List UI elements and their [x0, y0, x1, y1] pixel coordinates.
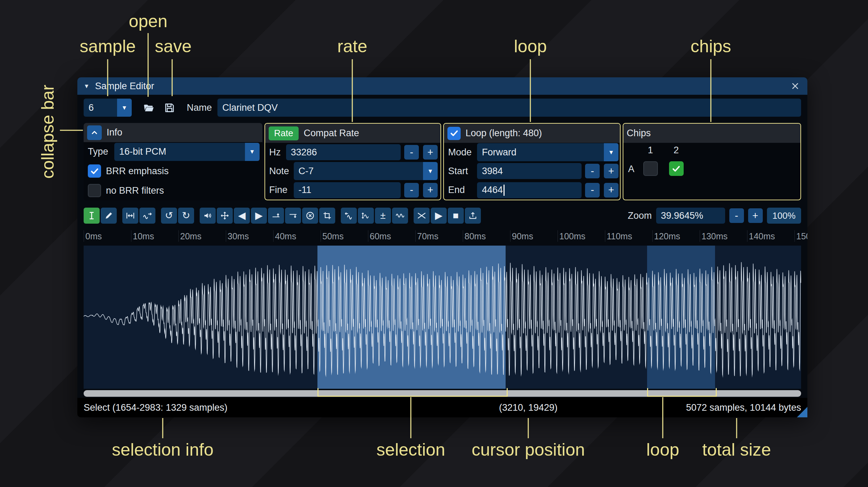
close-icon[interactable] — [789, 80, 801, 92]
zoom-reset-button[interactable]: 100% — [767, 208, 801, 224]
chip-column-1-label: 1 — [648, 145, 653, 156]
zoom-out-button[interactable]: - — [729, 208, 744, 223]
type-select[interactable]: 16-bit PCM ▼ — [114, 143, 260, 161]
sign-exchange-icon: ± — [380, 211, 385, 221]
fine-value: -11 — [299, 185, 312, 195]
draw-button[interactable] — [101, 208, 117, 224]
crossfade-loop-button[interactable] — [414, 208, 430, 224]
window-collapse-icon[interactable]: ▼ — [84, 83, 90, 89]
no-brr-filters-label: no BRR filters — [106, 185, 164, 196]
caret-down-icon[interactable]: ▼ — [117, 99, 132, 117]
sample-controls-row: 6 ▼ Name Clarinet DQV — [84, 98, 801, 117]
loop-start-input[interactable]: 3984 — [477, 163, 582, 179]
zoom-input[interactable]: 39.9645% — [656, 208, 725, 224]
ruler-tick-mark — [321, 230, 321, 242]
fade-out-button[interactable]: ▶ — [251, 208, 267, 224]
sample-number-select[interactable]: 6 ▼ — [84, 99, 132, 117]
toolbar-group: ↺↻ — [161, 208, 194, 224]
zoom-label: Zoom — [628, 210, 652, 221]
toolbar: ↺↻◀▶±▶■ Zoom 39.9645% - + 100% — [84, 206, 801, 225]
open-button[interactable] — [139, 99, 158, 117]
loop-start-decrease-button[interactable]: - — [585, 164, 600, 178]
apply-silence-button[interactable] — [285, 208, 301, 224]
hz-decrease-button[interactable]: - — [404, 145, 419, 160]
ruler-tick-label: 0ms — [85, 231, 102, 241]
annotation-chips: chips — [691, 36, 731, 56]
invert-button[interactable] — [358, 208, 374, 224]
rate-button[interactable]: Rate — [269, 126, 299, 140]
fine-increase-button[interactable]: + — [423, 183, 438, 198]
annotation-total-size: total size — [702, 440, 771, 460]
fade-in-button[interactable]: ◀ — [234, 208, 250, 224]
loop-start-label: Start — [448, 166, 477, 177]
ruler-tick-mark — [273, 230, 274, 242]
sample-editor-window: ▼ Sample Editor 6 ▼ Name Clarinet DQV In… — [77, 77, 807, 417]
info-header-label: Info — [107, 127, 122, 138]
fine-input[interactable]: -11 — [294, 182, 401, 198]
open-folder-icon — [143, 102, 155, 114]
waveform-view[interactable] — [84, 246, 801, 389]
reverse-button[interactable] — [341, 208, 357, 224]
normalize-button[interactable] — [217, 208, 233, 224]
ruler-tick-label: 100ms — [559, 231, 585, 241]
trim-icon — [322, 211, 332, 221]
chip-2-checkbox[interactable] — [669, 161, 684, 176]
caret-down-icon[interactable]: ▼ — [604, 143, 619, 161]
fine-decrease-button[interactable]: - — [404, 183, 419, 198]
brr-emphasis-checkbox[interactable] — [88, 164, 101, 178]
preview-button[interactable]: ▶ — [431, 208, 447, 224]
select-button[interactable] — [84, 208, 100, 224]
loop-end-decrease-button[interactable]: - — [585, 183, 600, 198]
chevron-up-icon — [90, 129, 99, 137]
resize-button[interactable] — [122, 208, 138, 224]
chip-row-a-label: A — [628, 164, 635, 175]
hz-increase-button[interactable]: + — [423, 145, 438, 160]
crossfade-loop-icon — [417, 211, 427, 221]
create-wavetable-button[interactable] — [465, 208, 481, 224]
toolbar-group — [84, 208, 117, 224]
ruler-tick-label: 70ms — [417, 231, 438, 241]
check-icon — [671, 164, 681, 173]
caret-down-icon[interactable]: ▼ — [245, 143, 260, 161]
delete-button[interactable] — [302, 208, 318, 224]
type-label: Type — [88, 146, 114, 157]
check-icon — [450, 129, 459, 138]
ruler-tick-mark — [652, 230, 653, 242]
loop-end-increase-button[interactable]: + — [604, 183, 619, 198]
loop-mode-value: Forward — [477, 143, 604, 161]
filter-button[interactable] — [392, 208, 408, 224]
timeline-ruler[interactable]: 0ms10ms20ms30ms40ms50ms60ms70ms80ms90ms1… — [77, 227, 807, 245]
collapse-bar-button[interactable] — [87, 125, 102, 140]
no-brr-filters-checkbox[interactable] — [88, 184, 101, 197]
chip-1-checkbox[interactable] — [643, 161, 658, 176]
loop-end-input[interactable]: 4464 — [477, 182, 582, 198]
ruler-tick-mark — [558, 230, 558, 242]
name-input[interactable]: Clarinet DQV — [217, 99, 801, 117]
loop-enabled-checkbox[interactable] — [447, 127, 461, 140]
annotation-selection: selection — [376, 440, 445, 460]
save-button[interactable] — [160, 99, 178, 117]
loop-start-increase-button[interactable]: + — [604, 164, 619, 178]
zoom-in-button[interactable]: + — [748, 208, 763, 223]
loop-mode-select[interactable]: Forward ▼ — [477, 143, 619, 161]
total-size-text: 5072 samples, 10144 bytes — [686, 402, 801, 413]
note-select[interactable]: C-7 ▼ — [294, 162, 438, 180]
undo-button[interactable]: ↺ — [161, 208, 177, 224]
resample-button[interactable] — [139, 208, 155, 224]
ruler-tick-label: 120ms — [654, 231, 680, 241]
annotation-rate: rate — [337, 36, 367, 56]
resize-grip[interactable] — [797, 407, 807, 417]
title-bar[interactable]: ▼ Sample Editor — [77, 77, 807, 95]
info-panel-header: Info — [84, 123, 262, 142]
amplify-button[interactable] — [200, 208, 216, 224]
sign-exchange-button[interactable]: ± — [375, 208, 391, 224]
delete-icon — [305, 211, 315, 221]
redo-button[interactable]: ↻ — [178, 208, 194, 224]
annotation-loop-top: loop — [514, 36, 547, 56]
caret-down-icon[interactable]: ▼ — [423, 162, 438, 180]
insert-silence-icon — [271, 211, 281, 221]
insert-silence-button[interactable] — [268, 208, 284, 224]
trim-button[interactable] — [319, 208, 335, 224]
hz-input[interactable]: 33286 — [286, 144, 401, 160]
stop-button[interactable]: ■ — [448, 208, 464, 224]
